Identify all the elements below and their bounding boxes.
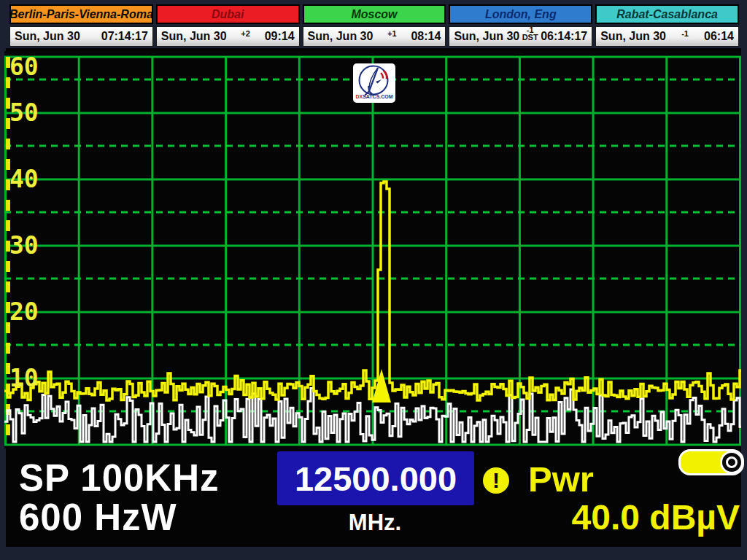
frequency-unit-label: MHz.	[302, 511, 448, 534]
clock-cell-berlin: Berlin-Paris-Vienna-Roma Sun, Jun 30 07:…	[9, 4, 153, 47]
clock-cell-moscow: Moscow Sun, Jun 30 +1 08:14	[303, 4, 446, 47]
satellite-dish-icon	[354, 63, 395, 97]
battery-cap-inner	[726, 456, 738, 468]
time-label: 07:14:17	[101, 30, 148, 43]
utc-offset: +2	[241, 30, 250, 37]
time-row-dubai: Sun, Jun 30 +2 09:14	[156, 26, 300, 47]
meter-screen: Berlin-Paris-Vienna-Roma Sun, Jun 30 07:…	[0, 0, 747, 560]
time-label: 06:14	[704, 30, 734, 43]
spectrum-plot: 605040302010	[4, 51, 741, 448]
time-row-london: Sun, Jun 30 -1 DST 06:14:17	[449, 26, 592, 47]
date-label: Sun, Jun 30	[161, 30, 227, 43]
svg-text:40: 40	[9, 165, 39, 193]
clock-cell-london: London, Eng Sun, Jun 30 -1 DST 06:14:17	[449, 4, 592, 47]
dxsatcs-logo: DXSATCS.COM	[353, 63, 395, 103]
battery-indicator-icon	[678, 449, 744, 475]
svg-text:20: 20	[9, 298, 39, 326]
span-setting-label: SP 100KHz	[19, 459, 220, 497]
city-header-london: London, Eng	[449, 4, 592, 24]
battery-cap	[720, 451, 743, 474]
utc-offset: -1	[681, 30, 689, 37]
bandwidth-setting-label: 600 HzW	[19, 499, 177, 536]
date-label: Sun, Jun 30	[15, 30, 80, 43]
svg-text:50: 50	[9, 98, 39, 127]
clock-cell-rabat: Rabat-Casablanca Sun, Jun 30 -1 06:14	[595, 4, 739, 47]
clock-cell-dubai: Dubai Sun, Jun 30 +2 09:14	[156, 4, 300, 47]
world-clock-bar: Berlin-Paris-Vienna-Roma Sun, Jun 30 07:…	[9, 4, 739, 47]
warning-icon: !	[483, 467, 509, 494]
city-header-dubai: Dubai	[156, 4, 300, 24]
time-label: 09:14	[265, 30, 295, 43]
frequency-input-field[interactable]: 12500.000	[277, 451, 474, 505]
utc-offset: +1	[387, 30, 397, 37]
date-label: Sun, Jun 30	[454, 30, 519, 43]
logo-text: DXSATCS.COM	[355, 94, 392, 100]
utc-offset: -1 DST	[522, 26, 538, 42]
svg-text:60: 60	[9, 52, 39, 81]
time-row-rabat: Sun, Jun 30 -1 06:14	[595, 26, 739, 47]
time-label: 08:14	[411, 30, 441, 43]
date-label: Sun, Jun 30	[308, 30, 374, 43]
date-label: Sun, Jun 30	[600, 30, 666, 43]
time-row-berlin: Sun, Jun 30 07:14:17	[9, 26, 153, 47]
power-label: Pwr	[528, 462, 594, 497]
svg-text:30: 30	[9, 231, 39, 260]
time-row-moscow: Sun, Jun 30 +1 08:14	[303, 26, 446, 47]
city-header-moscow: Moscow	[303, 4, 446, 24]
city-header-berlin: Berlin-Paris-Vienna-Roma	[9, 4, 153, 24]
city-header-rabat: Rabat-Casablanca	[595, 4, 739, 24]
power-value: 40.0 dBµV	[493, 500, 740, 535]
time-label: 06:14:17	[541, 30, 587, 43]
svg-text:10: 10	[9, 364, 39, 392]
